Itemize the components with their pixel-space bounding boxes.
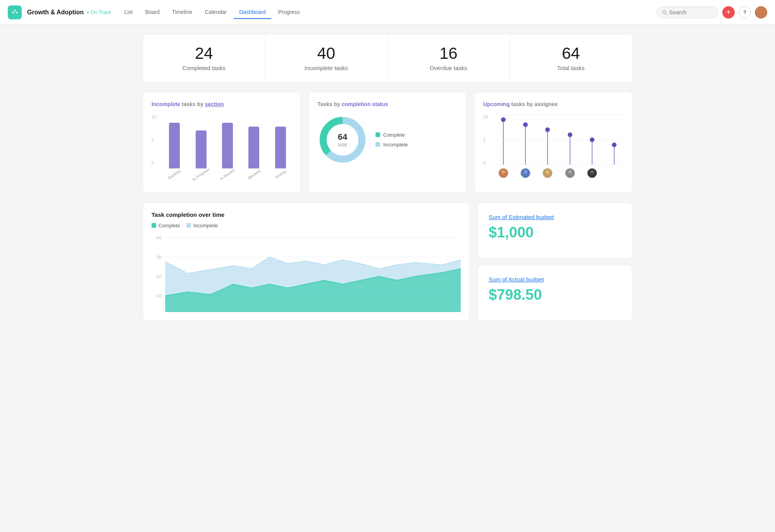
- svg-point-11: [568, 170, 572, 173]
- bar-backlog-fill: [169, 123, 180, 168]
- bar-inreview-fill: [222, 123, 233, 168]
- lollipop-dot-3: [545, 127, 550, 132]
- legend-incomplete: Incomplete: [375, 142, 408, 148]
- lollipop-grid: [494, 115, 623, 165]
- budget-estimated-link[interactable]: Estimated budget: [509, 214, 554, 220]
- legend-complete: Complete: [375, 132, 408, 138]
- budget-actual-prefix: Sum of: [489, 276, 508, 283]
- completed-label: Completed tasks: [151, 65, 257, 71]
- svg-point-10: [545, 174, 551, 178]
- line-legend-complete: Complete: [152, 223, 180, 228]
- svg-rect-2: [16, 12, 17, 13]
- chart-lollipop-title-prefix: Upcoming: [483, 101, 510, 107]
- stats-row: 24 Completed tasks 40 Incomplete tasks 1…: [143, 34, 632, 82]
- bar-inreview: In Review: [216, 123, 239, 177]
- lollipop-chart-area: 10 5 0: [483, 115, 623, 184]
- svg-point-8: [523, 174, 529, 178]
- svg-line-4: [665, 13, 666, 14]
- avatar-5: [587, 168, 597, 178]
- chart-lollipop-title-suffix: tasks by assignee: [511, 101, 558, 107]
- user-avatar[interactable]: [755, 6, 767, 19]
- bar-columns: Backlog In Progress In Review Block: [163, 126, 292, 177]
- svg-rect-1: [14, 10, 16, 11]
- add-button[interactable]: +: [722, 6, 735, 19]
- header: Growth & Adoption On Track List Board Ti…: [0, 0, 775, 25]
- tab-progress[interactable]: Progress: [273, 6, 305, 19]
- y-axis-labels: 10 5 0: [152, 115, 156, 165]
- chart-donut-title-suffix: completion status: [342, 101, 388, 107]
- main-content: 24 Completed tasks 40 Incomplete tasks 1…: [132, 25, 643, 330]
- stat-overdue: 16 Overdue tasks: [388, 34, 510, 82]
- help-button[interactable]: ?: [739, 6, 751, 19]
- chart-donut-title: Tasks by completion status: [317, 101, 458, 108]
- stat-completed: 24 Completed tasks: [143, 34, 265, 82]
- lollipop-y-axis: 10 5 0: [483, 115, 488, 165]
- budget-estimated-value: $1,000: [489, 224, 621, 241]
- bar-inprogress-fill: [196, 130, 207, 168]
- chart-incomplete-title-suffix: section: [205, 101, 224, 107]
- tab-calendar[interactable]: Calendar: [199, 6, 232, 19]
- lollipop-y-0: 0: [483, 160, 488, 165]
- legend-incomplete-dot: [375, 142, 380, 147]
- tab-timeline[interactable]: Timeline: [167, 6, 198, 19]
- project-name-text: Growth & Adoption: [27, 9, 84, 16]
- donut-total-label: total: [338, 142, 347, 148]
- lollipop-dot-2: [523, 122, 528, 127]
- svg-point-9: [546, 170, 549, 173]
- overdue-number: 16: [395, 45, 502, 62]
- budget-actual-card: Sum of Actual budget $798.50: [477, 265, 632, 321]
- assignee-3: [539, 168, 557, 178]
- search-icon: [662, 10, 667, 15]
- chart-incomplete-by-section: Incomplete tasks by section 10 5 0: [143, 92, 301, 193]
- search-input[interactable]: [669, 9, 713, 15]
- assignee-1: [494, 168, 512, 178]
- donut-center: 64 total: [338, 132, 347, 148]
- total-label: Total tasks: [518, 65, 625, 71]
- chart-lollipop-title: Upcoming tasks by assignee: [483, 101, 623, 108]
- bar-testing: Testing: [269, 127, 292, 177]
- chart-upcoming-assignee: Upcoming tasks by assignee 10 5 0: [474, 92, 632, 193]
- budget-actual-link[interactable]: Actual budget: [508, 276, 544, 283]
- lollipop-dot-6: [612, 142, 617, 147]
- tab-list[interactable]: List: [119, 6, 138, 19]
- y-label-10: 10: [156, 293, 162, 299]
- y-label-20: 20: [156, 274, 162, 279]
- svg-point-7: [524, 170, 527, 173]
- charts-row: Incomplete tasks by section 10 5 0: [143, 92, 632, 193]
- donut-chart-wrap: 64 total: [317, 115, 368, 165]
- overdue-label: Overdue tasks: [395, 65, 502, 71]
- line-chart-card: Task completion over time Complete Incom…: [143, 203, 470, 321]
- donut-area: 64 total Complete Incomplete: [317, 115, 458, 165]
- stat-incomplete: 40 Incomplete tasks: [265, 34, 388, 82]
- chart-completion-status: Tasks by completion status 64 total: [308, 92, 467, 193]
- bar-backlog-label: Backlog: [167, 168, 181, 180]
- donut-total-number: 64: [338, 132, 347, 142]
- line-legend: Complete Incomplete: [152, 223, 461, 228]
- assignee-5: [583, 168, 601, 178]
- budget-actual-value: $798.50: [489, 287, 621, 303]
- project-info: Growth & Adoption On Track: [27, 9, 111, 16]
- bar-blocked-fill: [248, 127, 259, 168]
- line-legend-incomplete-label: Incomplete: [193, 223, 218, 228]
- budget-estimated-label: Sum of Estimated budget: [489, 214, 621, 220]
- project-status: On Track: [87, 9, 111, 15]
- line-legend-complete-label: Complete: [158, 223, 180, 228]
- y-tick-0: 0: [152, 160, 156, 165]
- lollipop-dot-4: [568, 132, 572, 137]
- svg-point-6: [500, 174, 506, 178]
- tab-board[interactable]: Board: [140, 6, 165, 19]
- line-chart-title: Task completion over time: [152, 211, 461, 218]
- donut-legend: Complete Incomplete: [375, 132, 408, 148]
- bottom-row: Task completion over time Complete Incom…: [143, 203, 632, 321]
- bar-inprogress-label: In Progress: [192, 167, 210, 182]
- assignee-4: [561, 168, 579, 178]
- line-chart-svg: 40 30 20 10: [152, 235, 461, 312]
- line-legend-complete-dot: [152, 223, 156, 228]
- legend-complete-label: Complete: [383, 132, 405, 138]
- completed-number: 24: [151, 45, 257, 62]
- chart-incomplete-title-highlight: Incomplete: [152, 101, 180, 107]
- search-box[interactable]: [656, 7, 718, 18]
- y-label-40: 40: [156, 235, 162, 240]
- svg-point-13: [590, 170, 594, 173]
- tab-dashboard[interactable]: Dashboard: [234, 6, 271, 19]
